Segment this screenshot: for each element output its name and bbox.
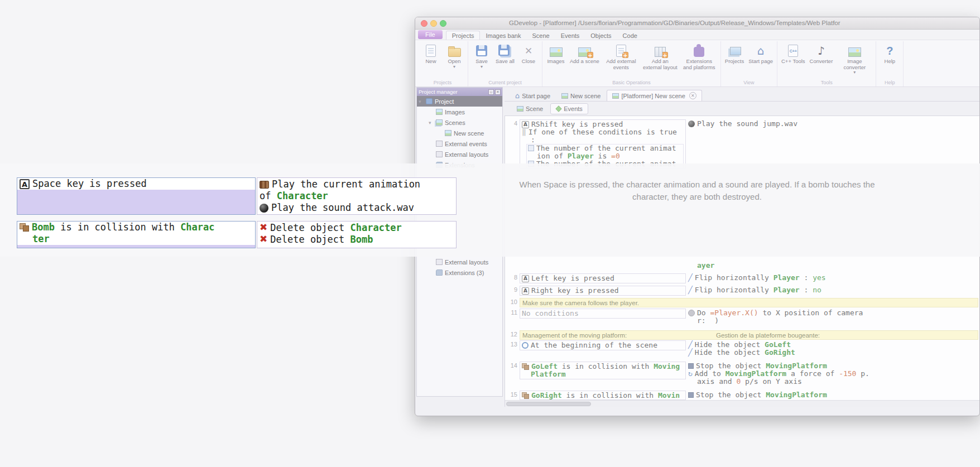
callout-condition-cell: ASpace key is pressed <box>17 177 256 215</box>
animation-icon <box>260 181 269 189</box>
callout-event-row-1: ASpace key is pressed Play the current a… <box>0 177 474 215</box>
selection-highlight <box>17 245 255 248</box>
page: { "titlebar": { "title": "GDevelop - [Pl… <box>0 0 980 467</box>
keyboard-key-icon: A <box>20 179 30 189</box>
delete-object-icon <box>260 223 267 232</box>
callout-caption: When Space is pressed, the character ani… <box>513 179 881 203</box>
collision-icon <box>20 223 29 232</box>
callout-actions-cell: Delete object Character Delete object Bo… <box>257 221 457 248</box>
events-callout: ASpace key is pressed Play the current a… <box>0 0 980 467</box>
selection-highlight <box>17 190 255 214</box>
delete-object-icon <box>260 234 267 244</box>
sound-icon <box>260 204 268 213</box>
callout-actions-cell: Play the current animation of Character … <box>257 177 457 215</box>
callout-event-row-2: Bomb is in collision with Charac ter Del… <box>0 221 474 248</box>
callout-condition-cell: Bomb is in collision with Charac ter <box>17 221 256 248</box>
